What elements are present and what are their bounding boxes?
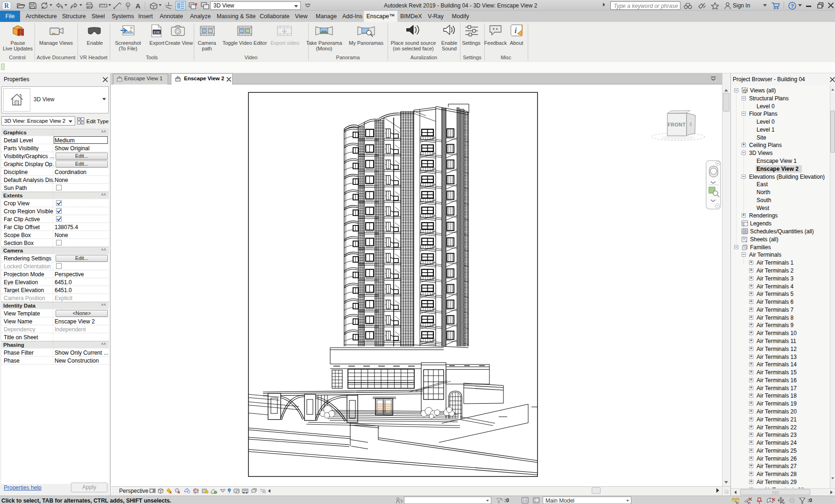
svg-text:ɔɴ: ɔɴ <box>688 123 693 126</box>
svg-text:?: ? <box>791 3 794 9</box>
svg-text:i: i <box>515 26 517 35</box>
svg-text:R: R <box>4 2 9 9</box>
svg-text:EXE: EXE <box>154 31 160 34</box>
svg-text:FRONT: FRONT <box>668 122 686 127</box>
